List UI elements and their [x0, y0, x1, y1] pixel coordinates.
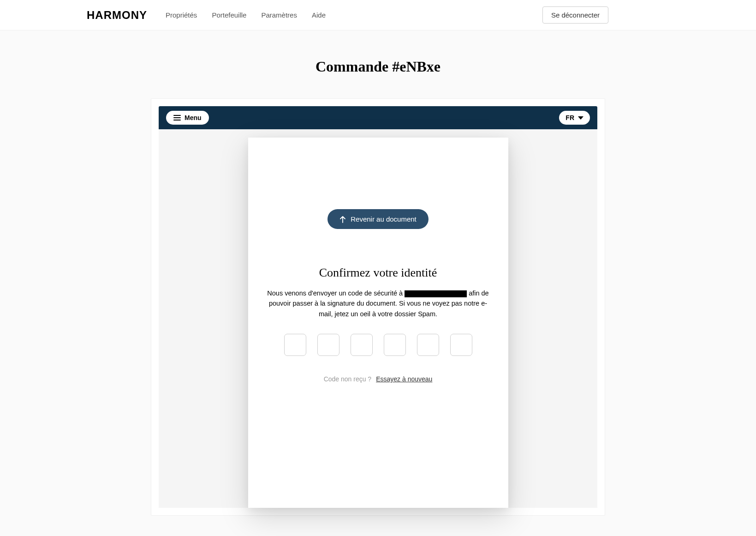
- menu-button[interactable]: Menu: [166, 111, 209, 125]
- resend-question: Code non reçu ?: [324, 375, 372, 383]
- embedded-container: Menu FR Revenir au document: [151, 98, 605, 516]
- redacted-email: [405, 290, 467, 297]
- main-content: Commande #eNBxe Menu FR: [0, 30, 756, 536]
- return-label: Revenir au document: [351, 215, 417, 223]
- nav-settings[interactable]: Paramètres: [261, 11, 297, 19]
- menu-label: Menu: [185, 114, 202, 121]
- code-digit-2[interactable]: [317, 334, 339, 356]
- arrow-up-icon: [339, 216, 346, 223]
- caret-down-icon: [578, 116, 583, 120]
- confirm-text: Nous venons d'envoyer un code de sécurit…: [265, 288, 491, 319]
- page-title: Commande #eNBxe: [0, 58, 756, 75]
- code-digit-4[interactable]: [384, 334, 406, 356]
- verification-card: Revenir au document Confirmez votre iden…: [248, 138, 508, 508]
- hamburger-icon: [173, 115, 181, 120]
- code-digit-1[interactable]: [284, 334, 306, 356]
- logout-button[interactable]: Se déconnecter: [542, 6, 608, 24]
- embed-body: Revenir au document Confirmez votre iden…: [159, 129, 597, 508]
- code-digit-6[interactable]: [450, 334, 472, 356]
- language-label: FR: [566, 114, 574, 121]
- logo: HARMONY: [87, 9, 147, 22]
- code-inputs: [284, 334, 472, 356]
- confirm-text-before: Nous venons d'envoyer un code de sécurit…: [267, 289, 405, 297]
- resend-row: Code non reçu ? Essayez à nouveau: [324, 375, 433, 383]
- nav-portfolio[interactable]: Portefeuille: [212, 11, 246, 19]
- embed-header: Menu FR: [159, 106, 597, 129]
- code-digit-5[interactable]: [417, 334, 439, 356]
- language-button[interactable]: FR: [559, 111, 590, 125]
- confirm-identity-title: Confirmez votre identité: [319, 266, 437, 280]
- return-to-document-button[interactable]: Revenir au document: [327, 209, 429, 229]
- nav-help[interactable]: Aide: [312, 11, 326, 19]
- resend-link[interactable]: Essayez à nouveau: [376, 375, 432, 383]
- nav-properties[interactable]: Propriétés: [166, 11, 197, 19]
- top-nav: HARMONY Propriétés Portefeuille Paramètr…: [0, 0, 756, 30]
- code-digit-3[interactable]: [351, 334, 373, 356]
